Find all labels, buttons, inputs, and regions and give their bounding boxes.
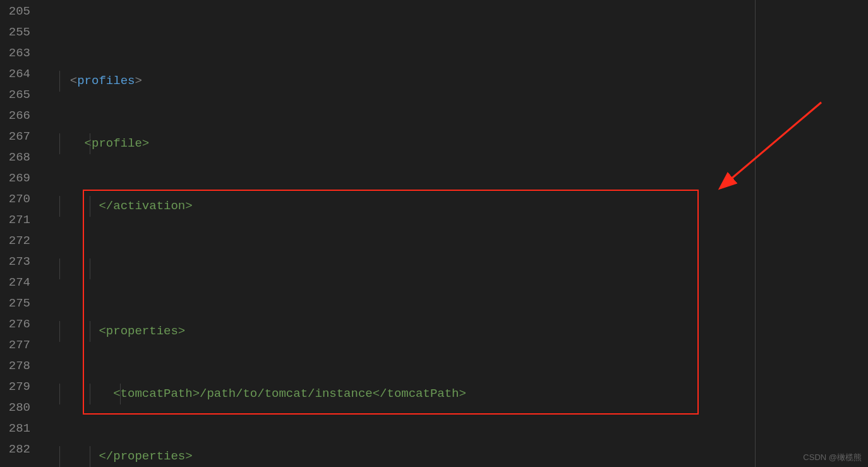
line-number: 280	[0, 397, 38, 418]
line-number: 276	[0, 314, 38, 335]
code-line[interactable]	[38, 258, 868, 279]
line-number: 270	[0, 189, 38, 210]
line-number: 266	[0, 106, 38, 126]
line-number: 282	[0, 439, 38, 460]
code-editor[interactable]: 205 255 263 264 265 266 267 268 269 270 …	[0, 0, 868, 467]
line-number: 271	[0, 210, 38, 231]
line-number: 269	[0, 168, 38, 189]
line-number: 277	[0, 335, 38, 356]
watermark-text: CSDN @橄榄熊	[803, 452, 862, 463]
line-number: 281	[0, 418, 38, 439]
code-area[interactable]: <profiles> <profile> </activation> <prop…	[38, 0, 868, 467]
line-number: 275	[0, 293, 38, 314]
line-number-gutter: 205 255 263 264 265 266 267 268 269 270 …	[0, 0, 38, 467]
line-number: 264	[0, 64, 38, 85]
code-line[interactable]: <tomcatPath>/path/to/tomcat/instance</to…	[38, 384, 868, 404]
line-number: 265	[0, 85, 38, 106]
line-number: 268	[0, 147, 38, 168]
code-line[interactable]: <profiles>	[38, 71, 868, 92]
line-number: 255	[0, 22, 38, 43]
line-number: 205	[0, 1, 38, 22]
line-number: 263	[0, 43, 38, 64]
line-number: 273	[0, 252, 38, 272]
line-number: 267	[0, 126, 38, 147]
line-number: 272	[0, 231, 38, 252]
code-line[interactable]: </properties>	[38, 446, 868, 467]
line-number: 274	[0, 272, 38, 293]
line-number: 279	[0, 377, 38, 397]
code-line[interactable]: <properties>	[38, 321, 868, 342]
code-line[interactable]: <profile>	[38, 133, 868, 154]
line-number: 278	[0, 356, 38, 377]
code-line[interactable]: </activation>	[38, 196, 868, 217]
